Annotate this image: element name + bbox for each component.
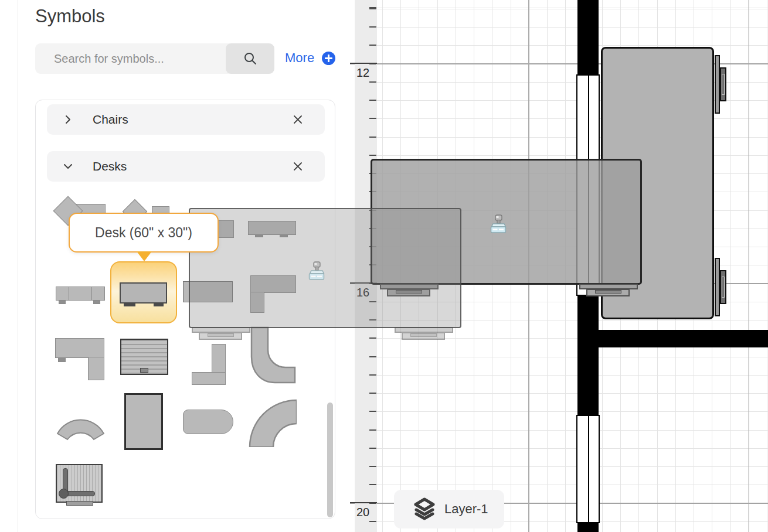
- window-symbol[interactable]: [576, 415, 600, 523]
- wall-segment[interactable]: [596, 330, 768, 347]
- wall-segment[interactable]: [577, 296, 599, 415]
- layer-badge[interactable]: Layer-1: [394, 490, 504, 528]
- symbol-tooltip: Desk (60" x 30"): [69, 213, 219, 253]
- symbol-curved-elbow-desk[interactable]: [250, 326, 296, 384]
- symbol-rounded-end-desk[interactable]: [183, 410, 233, 434]
- chevron-down-icon: [62, 161, 74, 172]
- stamp-cursor-icon: [490, 214, 507, 234]
- app-root: { "panel": { "title": "Symbols", "search…: [0, 0, 768, 532]
- section-label: Desks: [93, 159, 127, 173]
- search-button[interactable]: [226, 43, 274, 74]
- gridline-major: [748, 0, 749, 532]
- symbol-arc-desk-segment[interactable]: [56, 408, 106, 441]
- tooltip-caret: [137, 251, 152, 261]
- symbol-search: [35, 43, 274, 74]
- wall-segment[interactable]: [577, 0, 599, 74]
- symbol-desk-double-pedestal[interactable]: [56, 287, 105, 309]
- panel-left-divider: [18, 0, 18, 532]
- search-input[interactable]: [35, 43, 230, 74]
- wall-segment[interactable]: [577, 523, 599, 532]
- close-icon[interactable]: [292, 161, 304, 172]
- panel-title: Symbols: [35, 6, 105, 27]
- more-label: More: [285, 50, 314, 66]
- section-header-chairs[interactable]: Chairs: [47, 104, 325, 135]
- symbol-tambour-cabinet[interactable]: [120, 339, 168, 375]
- layer-badge-label: Layer-1: [444, 502, 488, 517]
- section-label: Chairs: [93, 112, 128, 127]
- desk-foot: [715, 55, 728, 114]
- stamp-cursor-icon: [308, 261, 325, 281]
- layers-icon: [414, 497, 435, 521]
- panel-scrollbar-thumb[interactable]: [327, 403, 333, 517]
- symbol-l-desk-rotated[interactable]: [192, 337, 226, 385]
- drag-ghost-foot: [395, 327, 453, 342]
- more-shapes-link[interactable]: More: [285, 50, 335, 66]
- ruler-label: 20: [356, 506, 369, 519]
- plus-circle-icon: [322, 52, 335, 65]
- desk-foot: [715, 258, 728, 316]
- symbol-desk-60x30-selected[interactable]: [110, 261, 177, 323]
- chevron-right-icon: [62, 114, 74, 125]
- section-header-desks[interactable]: Desks: [47, 151, 325, 182]
- symbol-l-desk-right[interactable]: [55, 338, 104, 381]
- close-icon[interactable]: [292, 114, 304, 125]
- desk-foot: [579, 284, 638, 299]
- symbol-quarter-round-desk[interactable]: [246, 397, 297, 447]
- symbol-rect-desk-vertical[interactable]: [124, 393, 163, 450]
- ruler-label: 12: [356, 66, 369, 80]
- magnifier-icon: [243, 52, 257, 66]
- drag-ghost-foot: [192, 327, 250, 342]
- drag-ghost-desk: [189, 208, 461, 328]
- symbol-drafting-table[interactable]: [56, 464, 103, 505]
